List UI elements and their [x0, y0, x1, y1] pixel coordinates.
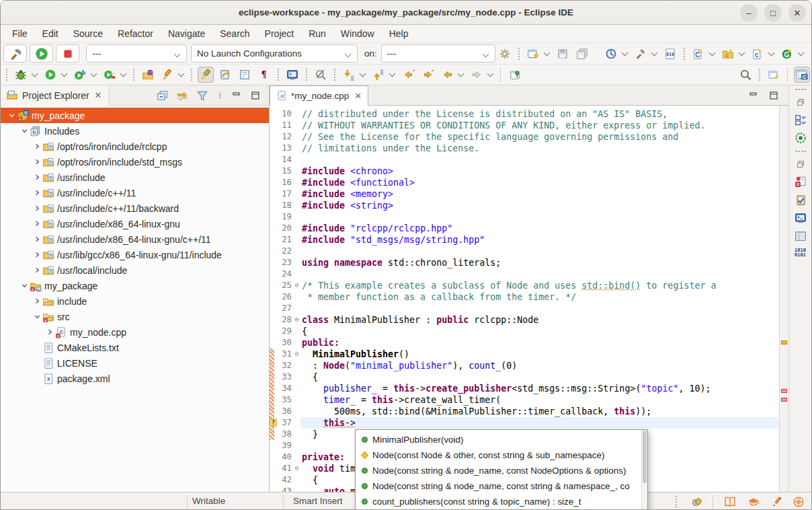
fold-marker-icon[interactable]: ⊖ — [293, 314, 300, 326]
menu-window[interactable]: Window — [333, 28, 382, 39]
expanded-arrow-icon[interactable] — [6, 110, 17, 121]
show-block-icon[interactable] — [237, 67, 253, 83]
gear-icon[interactable] — [497, 46, 513, 62]
build-all-icon[interactable] — [633, 46, 649, 62]
dropdown-chevron-icon[interactable] — [119, 67, 127, 83]
dropdown-chevron-icon[interactable] — [89, 67, 97, 83]
restore-icon[interactable] — [795, 159, 806, 170]
dropdown-chevron-icon[interactable] — [768, 46, 776, 62]
save-icon[interactable] — [555, 46, 571, 62]
highlighter-icon[interactable] — [198, 67, 214, 83]
completion-item[interactable]: Node(const Node & other, const string & … — [356, 447, 641, 463]
dropdown-chevron-icon[interactable] — [358, 67, 366, 83]
last-edit-icon[interactable] — [341, 67, 357, 83]
close-tab-icon[interactable]: ✕ — [354, 91, 362, 101]
dropdown-chevron-icon[interactable] — [177, 67, 185, 83]
memory-icon[interactable]: 10100101 — [795, 248, 806, 258]
build-config-select[interactable]: --- — [86, 44, 187, 63]
menu-help[interactable]: Help — [382, 28, 416, 39]
maximize-icon[interactable] — [250, 90, 261, 101]
dropdown-chevron-icon[interactable] — [651, 46, 659, 62]
coverage-target-icon[interactable] — [795, 132, 807, 144]
search-occurrences-icon[interactable] — [313, 67, 329, 83]
minimize-button[interactable]: – — [740, 4, 758, 22]
collapsed-arrow-icon[interactable] — [32, 296, 42, 307]
tree-item--usr-include[interactable]: h/usr/include — [1, 170, 269, 185]
dropdown-chevron-icon[interactable] — [456, 67, 464, 83]
edit-pen-icon[interactable] — [770, 496, 782, 508]
menu-edit[interactable]: Edit — [35, 28, 66, 39]
tree-item--usr-lib-gcc-x86-64-linux-gnu-11-include[interactable]: h/usr/lib/gcc/x86_64-linux-gnu/11/includ… — [1, 247, 269, 262]
collapsed-arrow-icon[interactable] — [32, 141, 42, 152]
popup-scrollbar[interactable] — [641, 430, 647, 510]
open-declaration-icon[interactable] — [217, 67, 233, 83]
pilcrow-icon[interactable]: ¶ — [256, 67, 272, 83]
link-editor-icon[interactable] — [176, 89, 188, 102]
fold-marker-icon[interactable]: ⊖ — [293, 280, 300, 291]
save-all-icon[interactable] — [574, 46, 590, 62]
tree-item-include[interactable]: include — [1, 293, 269, 309]
tree-item-license[interactable]: LICENSE — [1, 355, 269, 371]
dropdown-chevron-icon[interactable] — [797, 46, 805, 62]
back-icon[interactable] — [439, 67, 455, 83]
tree-item-my-package[interactable]: Cxmy_package — [1, 108, 269, 123]
close-button[interactable]: ✕ — [788, 4, 806, 22]
dropdown-chevron-icon[interactable] — [543, 46, 551, 62]
fold-marker-icon[interactable]: ⊖ — [293, 349, 300, 360]
back-star-icon[interactable]: * — [400, 67, 416, 83]
tasks-icon[interactable] — [795, 194, 807, 206]
properties-icon[interactable] — [795, 230, 807, 242]
forward-gray-icon[interactable] — [469, 67, 485, 83]
new-c-file-icon[interactable]: C — [690, 46, 706, 62]
filter-icon[interactable] — [196, 89, 208, 102]
collapsed-arrow-icon[interactable] — [32, 265, 42, 276]
tree-item-package-xml[interactable]: xpackage.xml — [1, 371, 269, 386]
run-circle-icon[interactable] — [42, 67, 58, 83]
menu-run[interactable]: Run — [301, 28, 333, 39]
import-folder-icon[interactable] — [140, 67, 156, 83]
new-fortran-icon[interactable]: G — [779, 46, 795, 62]
tree-item--usr-include-c-11-backward[interactable]: h/usr/include/c++/11/backward — [1, 201, 269, 216]
dropdown-chevron-icon[interactable] — [621, 46, 629, 62]
collapsed-arrow-icon[interactable] — [32, 172, 42, 183]
collapsed-arrow-icon[interactable] — [44, 327, 55, 338]
console-view-icon[interactable] — [795, 212, 807, 224]
tree-item-cmakelists-txt[interactable]: CMakeLists.txt — [1, 340, 269, 355]
new-wizard-icon[interactable] — [525, 46, 541, 62]
run-play-button[interactable] — [30, 44, 53, 63]
collapsed-arrow-icon[interactable] — [32, 188, 42, 198]
new-c-class-icon[interactable]: c — [749, 46, 766, 62]
debug-bug-icon[interactable] — [13, 67, 29, 83]
collapsed-arrow-icon[interactable] — [32, 219, 42, 229]
menu-project[interactable]: Project — [257, 28, 302, 39]
new-c-folder-icon[interactable]: c — [720, 46, 736, 62]
tree-item-includes[interactable]: hIncludes — [1, 123, 269, 139]
pin-editor-icon[interactable] — [507, 67, 523, 83]
editor-tab-my-node[interactable]: .c *my_node.cpp ✕ — [270, 85, 368, 106]
write-access-icon[interactable] — [690, 496, 702, 508]
collapsed-arrow-icon[interactable] — [32, 157, 42, 168]
menu-refactor[interactable]: Refactor — [110, 28, 161, 39]
coverage-icon[interactable] — [102, 67, 118, 83]
forward-star-icon[interactable]: * — [419, 67, 436, 83]
tree-item--usr-include-x86-64-linux-gnu[interactable]: h/usr/include/x86_64-linux-gnu — [1, 216, 269, 231]
tree-item--usr-include-c-11[interactable]: h/usr/include/c++/11 — [1, 185, 269, 201]
tree-item--usr-include-x86-64-linux-gnu-c-11[interactable]: h/usr/include/x86_64-linux-gnu/c++/11 — [1, 231, 269, 247]
tree-item--usr-local-include[interactable]: h/usr/local/include — [1, 262, 269, 278]
project-explorer-tab[interactable]: Project Explorer ✕ — [1, 85, 110, 106]
dropdown-chevron-icon[interactable] — [30, 67, 38, 83]
fold-marker-icon[interactable]: ⊖ — [293, 463, 300, 474]
learn-cap-icon[interactable] — [747, 496, 760, 508]
maximize-button[interactable]: □ — [764, 4, 782, 22]
view-menu-icon[interactable] — [216, 89, 223, 102]
completion-item[interactable]: Node(const string & node_name, const str… — [356, 478, 641, 494]
marker-pen-icon[interactable] — [159, 67, 175, 83]
c-perspective-icon[interactable]: C — [794, 67, 810, 83]
tree-item-my-node-cpp[interactable]: cxmy_node.cpp — [1, 324, 269, 340]
launch-config-select[interactable]: No Launch Configurations — [191, 44, 358, 63]
close-view-icon[interactable]: ✕ — [95, 90, 102, 100]
collapsed-arrow-icon[interactable] — [32, 234, 42, 245]
build-hammer-button[interactable] — [3, 44, 27, 63]
collapsed-arrow-icon[interactable] — [32, 250, 42, 260]
problems-icon[interactable]: x — [795, 176, 807, 188]
